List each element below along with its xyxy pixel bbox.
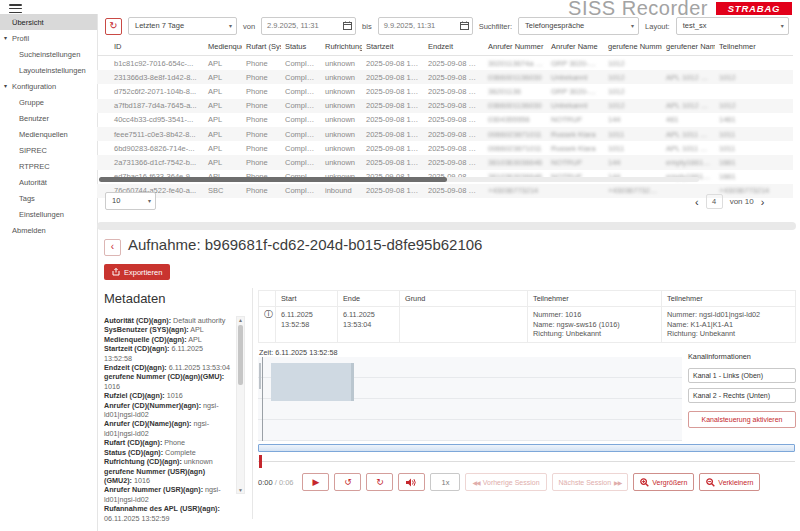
- row-select-cell[interactable]: [97, 70, 110, 84]
- row-select-cell[interactable]: [97, 155, 110, 169]
- zoom-out-button[interactable]: Verkleinern: [699, 473, 760, 491]
- cell-status: Complete: [281, 113, 321, 127]
- metadata-label: Endzeit (CD)(agn):: [104, 363, 167, 372]
- column-header-anrufer-nummer[interactable]: Anrufer Nummer: [484, 38, 547, 56]
- table-row[interactable]: 231366d3-8e8f-1d42-8...APLPhoneCompleteu…: [97, 70, 793, 84]
- zoom-in-label: Vergrößern: [652, 479, 687, 486]
- recording-title: Aufnahme: b969681f-cd62-204d-b015-d8fe95…: [128, 236, 482, 253]
- channel-2-button[interactable]: Kanal 2 - Rechts (Unten): [688, 388, 796, 403]
- sidebar-item-abmelden[interactable]: Abmelden: [0, 222, 97, 238]
- column-header-id[interactable]: ID: [110, 38, 204, 56]
- scroll-up-icon[interactable]: ▲: [237, 317, 244, 323]
- sidebar-item-bersicht[interactable]: Übersicht: [0, 14, 97, 30]
- column-header-medienquelle[interactable]: Medienquelle: [204, 38, 242, 56]
- previous-session-button[interactable]: ◀◀ Vorherige Session: [465, 473, 546, 491]
- timeline-scrollbar[interactable]: [258, 444, 795, 452]
- sidebar-item-tags[interactable]: Tags: [0, 190, 97, 206]
- previous-icon: ◀◀: [472, 479, 479, 486]
- sidebar-item-einstellungen[interactable]: Einstellungen: [0, 206, 97, 222]
- sidebar-item-rtprec[interactable]: RTPREC: [0, 158, 97, 174]
- reload-button[interactable]: ↻: [366, 473, 393, 491]
- date-to-input[interactable]: 9.9.2025, 11:31: [378, 17, 473, 35]
- table-horizontal-scrollbar[interactable]: [99, 177, 699, 182]
- sidebar-item-label: Einstellungen: [19, 210, 64, 219]
- sidebar-item-label: Abmelden: [12, 226, 46, 235]
- page-count-label: von 10: [730, 197, 754, 206]
- back-button[interactable]: ‹: [104, 239, 121, 256]
- row-select-cell[interactable]: [97, 141, 110, 155]
- date-range-select[interactable]: Letzten 7 Tage ▾: [128, 17, 237, 35]
- current-page-input[interactable]: 4: [706, 194, 723, 209]
- waveform-panel[interactable]: [258, 357, 682, 441]
- sidebar-item-siprec[interactable]: SIPREC: [0, 142, 97, 158]
- channel-control-activate-button[interactable]: Kanalsteuerung aktivieren: [688, 411, 796, 428]
- row-select-cell[interactable]: [97, 84, 110, 98]
- table-row[interactable]: feee7511-c0e3-8b42-8...APLPhoneCompleteu…: [97, 127, 793, 141]
- column-header-endzeit[interactable]: Endzeit: [424, 38, 484, 56]
- metadata-label: Anrufer Nummer (USR)(agn):: [104, 485, 203, 494]
- row-select-cell[interactable]: [97, 113, 110, 127]
- metadata-scrollbar[interactable]: ▲ ▼: [236, 316, 245, 494]
- column-header-startzeit[interactable]: Startzeit: [362, 38, 424, 56]
- channel-1-button[interactable]: Kanal 1 - Links (Oben): [688, 368, 796, 383]
- info-icon[interactable]: ⓘ: [264, 309, 273, 319]
- metadata-value: Complete: [163, 448, 196, 457]
- table-row[interactable]: 6bd90283-6826-714e-...APLPhoneCompleteun…: [97, 141, 793, 155]
- sidebar-item-benutzer[interactable]: Benutzer: [0, 110, 97, 126]
- cell-status: Complete: [281, 141, 321, 155]
- zoom-in-button[interactable]: Vergrößern: [633, 473, 694, 491]
- sidebar-item-medienquellen[interactable]: Medienquellen: [0, 126, 97, 142]
- table-row[interactable]: a7fbd187-7d4a-7645-a...APLPhoneCompleteu…: [97, 99, 793, 113]
- next-session-button[interactable]: Nächste Session ▶▶: [552, 473, 629, 491]
- calendar-icon[interactable]: [460, 21, 469, 30]
- page-size-select[interactable]: 10 ▾: [105, 192, 156, 210]
- layout-select[interactable]: test_sx ▾: [676, 17, 789, 35]
- cell-anrufer-nummer: 0066023671011: [484, 127, 547, 141]
- suchfilter-select[interactable]: Telefongespräche ▾: [518, 17, 639, 35]
- waveform-segment[interactable]: [271, 363, 354, 401]
- menu-icon[interactable]: [9, 4, 22, 14]
- session-row[interactable]: ⓘ 6.11.2025 13:52:58 6.11.2025 13:53:04 …: [259, 307, 796, 343]
- sidebar-item-label: Profil: [12, 34, 29, 43]
- play-button[interactable]: ▶: [302, 473, 329, 491]
- table-row[interactable]: d752c6f2-2071-104b-8...APLPhoneCompleteu…: [97, 84, 793, 98]
- sidebar-item-label: Autorität: [19, 178, 47, 187]
- next-page-icon[interactable]: ›: [761, 196, 765, 208]
- row-select-cell[interactable]: [97, 56, 110, 71]
- sidebar-item-konfiguration[interactable]: ▾Konfiguration: [0, 78, 97, 94]
- scroll-down-icon[interactable]: ▼: [237, 487, 244, 493]
- export-button[interactable]: Exportieren: [104, 264, 170, 280]
- calendar-icon[interactable]: [343, 21, 352, 30]
- restart-button[interactable]: ↺: [334, 473, 361, 491]
- participant-number: Nummer: 1016: [533, 310, 656, 320]
- column-header-rufrichtung[interactable]: Rufrichtung: [321, 38, 362, 56]
- playhead-marker[interactable]: [259, 455, 262, 468]
- column-header-rufart-sys[interactable]: Rufart (Sys): [242, 38, 281, 56]
- sidebar-item-layouteinstellungen[interactable]: Layouteinstellungen: [0, 62, 97, 78]
- column-header-anrufer-name[interactable]: Anrufer Name: [547, 38, 604, 56]
- scrollbar-thumb[interactable]: [238, 325, 243, 385]
- table-row[interactable]: 2a731366-d1cf-7542-b...APLPhoneCompleteu…: [97, 155, 793, 169]
- column-header-gerufener-name[interactable]: gerufener Name: [662, 38, 715, 56]
- column-header-status[interactable]: Status: [281, 38, 321, 56]
- sidebar-item-profil[interactable]: ▾Profil: [0, 30, 97, 46]
- column-header-gerufene-nummer[interactable]: gerufene Nummer: [604, 38, 662, 56]
- refresh-button[interactable]: ↻: [105, 18, 122, 35]
- row-select-cell[interactable]: [97, 99, 110, 113]
- cell-gerufene-nummer: 1011: [604, 127, 662, 141]
- sidebar-item-autorit-t[interactable]: Autorität: [0, 174, 97, 190]
- table-row[interactable]: b1c81c92-7016-654c-...APLPhoneCompleteun…: [97, 56, 793, 71]
- date-from-input[interactable]: 2.9.2025, 11:31: [261, 17, 356, 35]
- column-header-teilnehmer[interactable]: Teilnehmer: [715, 38, 793, 56]
- row-select-cell[interactable]: [97, 127, 110, 141]
- table-row[interactable]: 76c60744-a522-fe40-a...SBCPhoneCompletei…: [97, 184, 793, 198]
- volume-button[interactable]: [398, 473, 425, 491]
- prev-page-icon[interactable]: ‹: [695, 196, 699, 208]
- sidebar-item-sucheinstellungen[interactable]: Sucheinstellungen: [0, 46, 97, 62]
- table-row[interactable]: 40cc4b33-cd95-3541-...APLPhoneCompleteun…: [97, 113, 793, 127]
- cell-gerufener-name: 461: [662, 113, 715, 127]
- scrollbar-thumb[interactable]: [99, 177, 447, 182]
- cell-medienquelle: SBC: [204, 184, 242, 198]
- sidebar-item-gruppe[interactable]: Gruppe: [0, 94, 97, 110]
- speed-button[interactable]: 1x: [430, 473, 460, 491]
